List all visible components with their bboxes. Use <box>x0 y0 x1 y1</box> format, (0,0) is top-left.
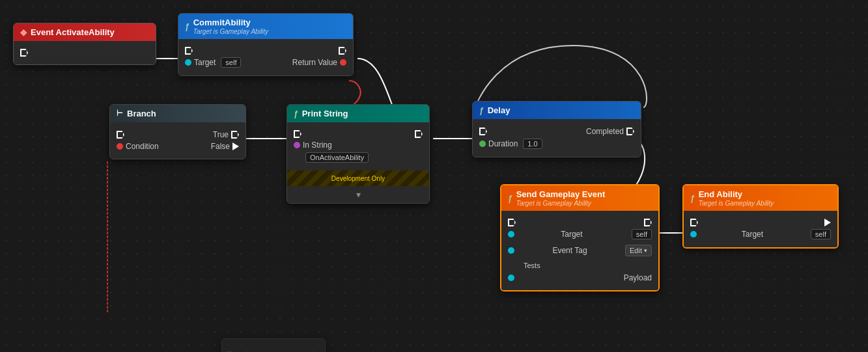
send-target-label: Target <box>561 230 582 239</box>
end-func-icon: ƒ <box>690 194 695 203</box>
branch-true-label: True <box>213 130 229 139</box>
send-target-pin[interactable] <box>508 231 514 237</box>
send-eventtag-edit-label: Edit <box>630 247 642 254</box>
send-subtitle: Target is Gameplay Ability <box>516 200 606 207</box>
end-target-label: Target <box>742 230 763 239</box>
branch-condition-pin[interactable] <box>117 143 123 150</box>
commit-target-label: Target <box>194 58 216 67</box>
send-eventtag-value: Tests <box>524 262 540 269</box>
commit-ability-title: CommitAbility <box>193 18 251 27</box>
dev-only-label: Development Only <box>331 175 385 182</box>
send-eventtag-pin[interactable] <box>508 247 514 254</box>
dev-only-stripe: Development Only <box>287 170 429 186</box>
print-func-icon: ƒ <box>294 109 298 118</box>
print-string-node: ƒ Print String In String OnActivateAbili… <box>287 104 430 204</box>
branch-node: ⊢ Branch True Condition False <box>109 104 246 159</box>
delay-title: Delay <box>488 105 511 115</box>
print-exec-in-pin[interactable] <box>294 130 301 138</box>
edit-chevron-icon: ▾ <box>644 247 647 254</box>
end-exec-out-pin[interactable] <box>824 219 831 226</box>
branch-false-label: False <box>211 142 230 151</box>
delay-duration-label: Duration <box>488 139 518 148</box>
branch-exec-in-pin[interactable] <box>117 131 124 139</box>
delay-func-icon: ƒ <box>479 106 484 115</box>
branch-true-pin[interactable] <box>231 131 239 139</box>
end-target-value: self <box>811 229 831 239</box>
branch-false-pin[interactable] <box>232 142 239 150</box>
commit-target-value: self <box>221 57 241 68</box>
delay-completed-pin[interactable] <box>626 128 634 135</box>
delay-completed-label: Completed <box>586 127 624 136</box>
end-ability-node: ƒ End Ability Target is Gameplay Ability… <box>682 184 839 249</box>
delay-exec-in-pin[interactable] <box>479 128 487 135</box>
commit-return-label: Return Value <box>292 58 337 67</box>
end-subtitle: Target is Gameplay Ability <box>699 200 774 207</box>
branch-title: Branch <box>127 109 156 118</box>
commit-ability-subtitle: Target is Gameplay Ability <box>193 28 268 35</box>
print-exec-out-pin[interactable] <box>415 130 423 138</box>
print-instring-label: In String <box>303 141 332 150</box>
delay-duration-pin[interactable] <box>479 141 486 147</box>
branch-condition-label: Condition <box>126 142 159 151</box>
event-activate-title: Event ActivateAbility <box>31 27 115 37</box>
print-expand-icon[interactable]: ▾ <box>356 189 361 200</box>
send-payload-label: Payload <box>624 273 652 282</box>
print-instring-value: OnActivateAbility <box>305 152 369 163</box>
delay-node: ƒ Delay Completed Duration 1.0 <box>472 101 641 157</box>
send-eventtag-edit-button[interactable]: Edit ▾ <box>625 245 652 256</box>
send-payload-pin[interactable] <box>508 275 514 281</box>
send-target-value: self <box>632 229 652 239</box>
branch-icon: ⊢ <box>117 109 123 118</box>
send-exec-in-pin[interactable] <box>508 219 516 226</box>
commit-ability-node: ƒ CommitAbility Target is Gameplay Abili… <box>178 13 354 76</box>
commit-return-pin[interactable] <box>340 59 346 66</box>
send-gameplay-event-node: ƒ Send Gameplay Event Target is Gameplay… <box>500 184 660 291</box>
end-exec-in-pin[interactable] <box>690 219 698 226</box>
print-instring-pin[interactable] <box>294 142 300 148</box>
event-activate-ability-node: ◆ Event ActivateAbility <box>13 23 156 65</box>
event-exec-out-pin[interactable] <box>20 49 28 57</box>
end-title: End Ability <box>699 189 742 199</box>
commit-func-icon: ƒ <box>185 22 189 31</box>
send-eventtag-label: Event Tag <box>552 246 587 255</box>
commit-exec-in-pin[interactable] <box>185 47 193 55</box>
bottom-partial-node: ... <box>221 338 326 352</box>
event-icon: ◆ <box>20 27 27 37</box>
send-title: Send Gameplay Event <box>516 189 606 199</box>
print-string-title: Print String <box>302 109 348 118</box>
bottom-partial-label: ... <box>226 345 232 352</box>
delay-duration-value: 1.0 <box>523 139 542 149</box>
end-target-pin[interactable] <box>690 231 697 237</box>
commit-target-pin[interactable] <box>185 59 191 66</box>
blueprint-canvas: ◆ Event ActivateAbility ƒ CommitAbility … <box>0 0 868 352</box>
send-exec-out-pin[interactable] <box>644 219 652 226</box>
commit-exec-out-pin[interactable] <box>339 47 346 55</box>
send-func-icon: ƒ <box>508 194 512 203</box>
